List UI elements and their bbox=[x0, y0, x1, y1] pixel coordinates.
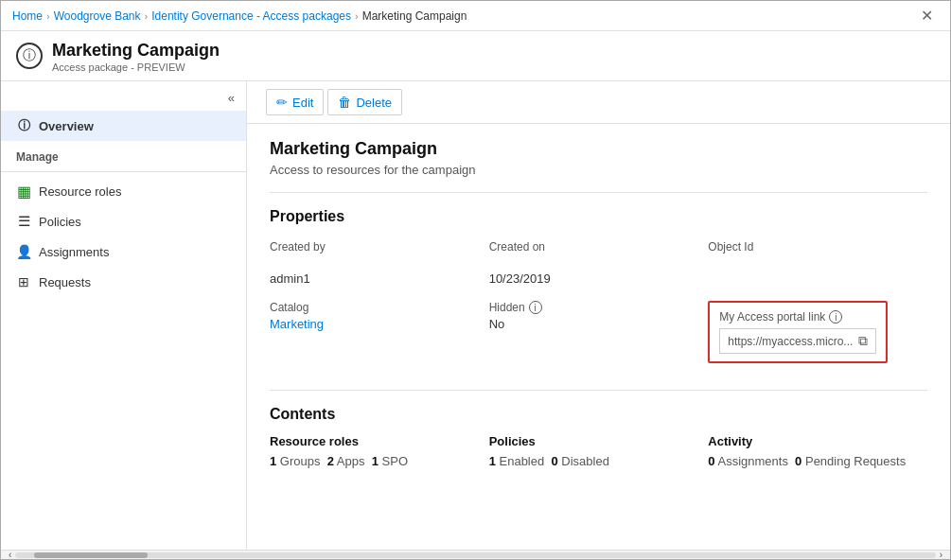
breadcrumb-sep-3: › bbox=[355, 10, 359, 22]
breadcrumb-current: Marketing Campaign bbox=[362, 9, 467, 23]
toolbar: ✏ Edit 🗑 Delete bbox=[247, 81, 950, 124]
catalog-link[interactable]: Marketing bbox=[270, 317, 324, 331]
delete-button[interactable]: 🗑 Delete bbox=[327, 89, 402, 115]
top-bar: Home › Woodgrove Bank › Identity Governa… bbox=[1, 1, 950, 31]
scrollbar-track[interactable] bbox=[15, 552, 935, 558]
catalog-cell: Catalog Marketing bbox=[270, 297, 489, 375]
catalog-label: Catalog bbox=[270, 301, 489, 314]
portal-link-label: My Access portal link i bbox=[719, 310, 876, 324]
edit-icon: ✏ bbox=[276, 95, 288, 110]
portal-link-url: https://myaccess.micro... bbox=[728, 335, 853, 348]
panel-subtitle: Access package - PREVIEW bbox=[52, 61, 220, 73]
breadcrumb-bank[interactable]: Woodgrove Bank bbox=[54, 9, 141, 23]
hidden-value: No bbox=[489, 317, 709, 331]
activity-col-title: Activity bbox=[708, 434, 927, 448]
object-id-value-cell bbox=[708, 268, 927, 297]
created-on-label: Created on bbox=[489, 240, 709, 254]
created-by-value-cell: admin1 bbox=[270, 268, 489, 297]
overview-section: Marketing Campaign Access to resources f… bbox=[247, 124, 950, 192]
enabled-count: 1 bbox=[489, 454, 496, 468]
resource-roles-col-title: Resource roles bbox=[270, 434, 489, 448]
contents-section: Contents Resource roles 1 Groups 2 Apps … bbox=[247, 391, 950, 483]
policies-icon: ☰ bbox=[16, 214, 31, 229]
panel-title: Marketing Campaign bbox=[52, 41, 220, 61]
sidebar-manage-section: Manage bbox=[1, 141, 246, 167]
hidden-info-icon: i bbox=[529, 301, 542, 314]
scroll-left-icon[interactable]: ‹ bbox=[5, 550, 15, 560]
properties-heading: Properties bbox=[270, 208, 927, 225]
created-on-value-cell: 10/23/2019 bbox=[489, 268, 709, 297]
resource-roles-col-values: 1 Groups 2 Apps 1 SPO bbox=[270, 454, 489, 468]
contents-policies: Policies 1 Enabled 0 Disabled bbox=[489, 434, 709, 468]
hidden-cell: Hidden i No bbox=[489, 297, 709, 375]
assignments-icon: 👤 bbox=[16, 244, 31, 259]
overview-subtitle: Access to resources for the campaign bbox=[270, 163, 927, 177]
created-by-value: admin1 bbox=[270, 271, 489, 286]
collapse-button[interactable]: « bbox=[224, 89, 238, 107]
created-on-value: 10/23/2019 bbox=[489, 271, 709, 286]
resource-groups-count: 1 bbox=[270, 454, 276, 468]
breadcrumb: Home › Woodgrove Bank › Identity Governa… bbox=[12, 9, 467, 23]
resource-apps-count: 2 bbox=[327, 454, 334, 468]
sidebar-divider-1 bbox=[1, 171, 246, 172]
disabled-count: 0 bbox=[551, 454, 557, 468]
contents-grid: Resource roles 1 Groups 2 Apps 1 SPO Pol… bbox=[270, 434, 927, 468]
sidebar-item-policies[interactable]: ☰ Policies bbox=[1, 206, 246, 236]
created-by-cell: Created by bbox=[270, 236, 489, 268]
sidebar-assignments-label: Assignments bbox=[39, 245, 109, 259]
sidebar-collapse: « bbox=[1, 85, 246, 111]
policies-col-title: Policies bbox=[489, 434, 709, 448]
sidebar-item-assignments[interactable]: 👤 Assignments bbox=[1, 236, 246, 267]
activity-col-values: 0 Assignments 0 Pending Requests bbox=[708, 454, 927, 468]
object-id-label: Object Id bbox=[708, 240, 927, 254]
copy-icon[interactable]: ⧉ bbox=[858, 333, 868, 349]
edit-button[interactable]: ✏ Edit bbox=[266, 89, 324, 115]
portal-link-input: https://myaccess.micro... ⧉ bbox=[719, 328, 876, 354]
overview-title: Marketing Campaign bbox=[270, 139, 927, 159]
sidebar-item-requests[interactable]: ⊞ Requests bbox=[1, 267, 246, 297]
contents-resource-roles: Resource roles 1 Groups 2 Apps 1 SPO bbox=[270, 434, 489, 468]
sidebar-item-overview[interactable]: ⓘ Overview bbox=[1, 111, 246, 141]
header-text: Marketing Campaign Access package - PREV… bbox=[52, 41, 220, 73]
delete-icon: 🗑 bbox=[338, 95, 351, 110]
sidebar-resource-roles-label: Resource roles bbox=[39, 184, 121, 199]
overview-icon: ⓘ bbox=[16, 118, 31, 133]
bottom-scrollbar: ‹ › bbox=[1, 550, 950, 559]
breadcrumb-sep-1: › bbox=[46, 10, 50, 22]
content-area: ✏ Edit 🗑 Delete Marketing Campaign Acces… bbox=[247, 81, 950, 550]
properties-grid-2: Catalog Marketing Hidden i No bbox=[270, 297, 927, 375]
created-on-cell: Created on bbox=[489, 236, 709, 268]
resource-roles-icon: ▦ bbox=[16, 184, 31, 199]
portal-link-cell: My Access portal link i https://myaccess… bbox=[708, 297, 927, 375]
pending-count: 0 bbox=[795, 454, 801, 468]
breadcrumb-governance[interactable]: Identity Governance - Access packages bbox=[151, 9, 351, 23]
sidebar-requests-label: Requests bbox=[39, 275, 91, 289]
panel-header: ⓘ Marketing Campaign Access package - PR… bbox=[1, 31, 950, 81]
hidden-label: Hidden i bbox=[489, 301, 709, 314]
properties-grid: Created by Created on Object Id admin1 1… bbox=[270, 236, 927, 297]
resource-spo-count: 1 bbox=[372, 454, 379, 468]
assignments-count: 0 bbox=[708, 454, 714, 468]
breadcrumb-sep-2: › bbox=[145, 10, 149, 22]
requests-icon: ⊞ bbox=[16, 274, 31, 289]
edit-label: Edit bbox=[292, 96, 313, 110]
delete-label: Delete bbox=[356, 96, 392, 110]
sidebar-item-resource-roles[interactable]: ▦ Resource roles bbox=[1, 176, 246, 206]
header-info-icon: ⓘ bbox=[16, 43, 43, 69]
portal-link-highlight: My Access portal link i https://myaccess… bbox=[708, 301, 888, 363]
close-button[interactable]: ✕ bbox=[915, 5, 939, 26]
properties-section: Properties Created by Created on Object … bbox=[247, 193, 950, 390]
main-layout: « ⓘ Overview Manage ▦ Resource roles ☰ P… bbox=[1, 81, 950, 550]
sidebar-overview-label: Overview bbox=[39, 119, 94, 133]
portal-info-icon: i bbox=[829, 310, 842, 324]
scrollbar-thumb bbox=[34, 552, 148, 558]
contents-heading: Contents bbox=[270, 406, 927, 423]
breadcrumb-home[interactable]: Home bbox=[12, 9, 43, 23]
object-id-cell: Object Id bbox=[708, 236, 927, 268]
policies-col-values: 1 Enabled 0 Disabled bbox=[489, 454, 709, 468]
catalog-value: Marketing bbox=[270, 317, 489, 331]
sidebar: « ⓘ Overview Manage ▦ Resource roles ☰ P… bbox=[1, 81, 247, 550]
contents-activity: Activity 0 Assignments 0 Pending Request… bbox=[708, 434, 927, 468]
scroll-right-icon[interactable]: › bbox=[936, 550, 946, 560]
sidebar-policies-label: Policies bbox=[39, 215, 81, 229]
